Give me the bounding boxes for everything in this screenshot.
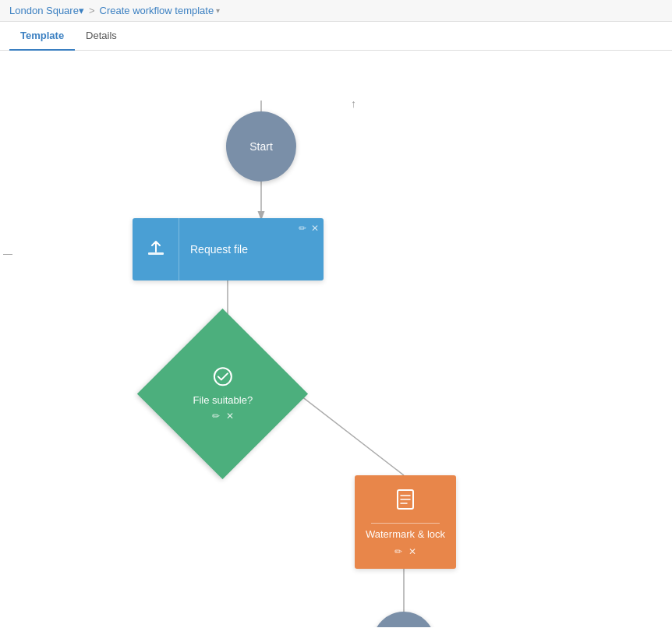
breadcrumb-separator: > — [89, 5, 95, 16]
svg-rect-5 — [148, 252, 164, 255]
watermark-label: Watermark & lock — [366, 528, 445, 540]
breadcrumb-org-arrow[interactable]: ▾ — [79, 5, 84, 16]
tab-bar: Template Details — [0, 22, 672, 51]
watermark-node[interactable]: Watermark & lock ✏ ✕ — [355, 475, 456, 569]
decision-node[interactable]: File suitable? ✏ ✕ — [136, 308, 307, 478]
request-file-edit-btn[interactable]: ✏ — [299, 223, 306, 234]
tab-template[interactable]: Template — [9, 22, 75, 51]
tab-details[interactable]: Details — [75, 22, 128, 51]
workflow-canvas: ↑ — Start Request file ✏ ✕ — [0, 51, 672, 627]
start-node[interactable]: Start — [226, 111, 296, 182]
left-edge-marker: — — [0, 247, 16, 261]
watermark-close-btn[interactable]: ✕ — [409, 546, 416, 557]
request-file-close-btn[interactable]: ✕ — [311, 223, 319, 234]
request-file-actions: ✏ ✕ — [299, 223, 319, 234]
upload-icon — [145, 238, 167, 260]
breadcrumb: London Square ▾ > Create workflow templa… — [0, 0, 672, 22]
watermark-icon — [394, 488, 417, 517]
decision-actions: ✏ ✕ — [211, 411, 233, 422]
breadcrumb-org[interactable]: London Square — [9, 5, 79, 16]
start-label: Start — [249, 140, 273, 153]
scroll-up-indicator: ↑ — [351, 97, 356, 110]
connector-lines — [0, 51, 672, 627]
decision-check-icon — [212, 366, 232, 391]
check-circle-icon — [212, 366, 232, 386]
request-file-icon-area — [133, 218, 179, 280]
decision-inner: File suitable? ✏ ✕ — [168, 366, 277, 422]
decision-label: File suitable? — [193, 394, 253, 406]
watermark-divider — [371, 523, 440, 524]
svg-line-3 — [298, 393, 404, 475]
decision-node-wrapper: File suitable? ✏ ✕ — [144, 331, 300, 456]
decision-edit-btn[interactable]: ✏ — [211, 411, 219, 422]
request-file-node[interactable]: Request file ✏ ✕ — [133, 218, 324, 280]
breadcrumb-page[interactable]: Create workflow template — [100, 5, 214, 16]
breadcrumb-page-arrow[interactable]: ▾ — [216, 6, 220, 15]
decision-close-btn[interactable]: ✕ — [225, 411, 233, 422]
svg-point-6 — [214, 368, 231, 385]
watermark-actions: ✏ ✕ — [394, 546, 416, 557]
watermark-edit-btn[interactable]: ✏ — [394, 546, 402, 557]
end-node[interactable]: End — [373, 612, 435, 627]
document-icon — [394, 488, 417, 511]
